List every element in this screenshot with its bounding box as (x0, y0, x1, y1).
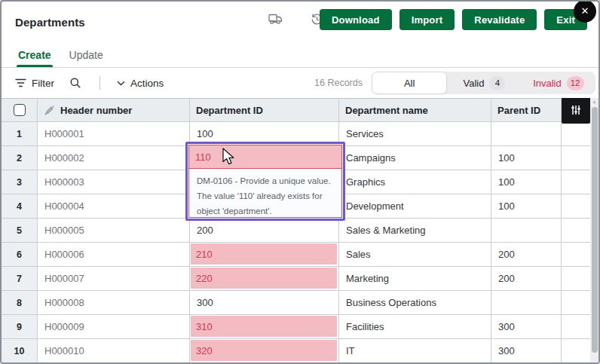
segment-invalid-label: Invalid (533, 78, 562, 89)
table-row: 6 H000006 210 Sales 200 (2, 243, 598, 267)
cell-header-number[interactable]: H000009 (38, 315, 190, 339)
cell-header-number[interactable]: H000005 (38, 219, 190, 243)
valid-count-badge: 4 (489, 76, 505, 90)
row-number[interactable]: 5 (2, 219, 38, 243)
select-all-checkbox[interactable] (14, 104, 26, 116)
download-button[interactable]: Download (320, 9, 392, 30)
cell-department-id[interactable]: 320 (190, 339, 339, 362)
chevron-down-icon (117, 81, 125, 86)
tab-bar: Create Update (2, 43, 598, 68)
row-number[interactable]: 8 (2, 291, 38, 315)
cell-header-number[interactable]: H000006 (38, 243, 190, 267)
cell-header-number[interactable]: H000010 (38, 339, 190, 362)
invalid-cell-highlight: 320 (191, 340, 337, 361)
scrollbar-thumb[interactable] (592, 107, 598, 353)
tab-create[interactable]: Create (17, 43, 53, 67)
column-header-header-number[interactable]: Header number (38, 98, 190, 122)
error-message: DM-0106 - Provide a unique value. The va… (189, 169, 341, 223)
selected-cell-outline: 110 DM-0106 - Provide a unique value. Th… (185, 142, 345, 221)
column-settings-button[interactable] (562, 98, 590, 124)
row-number[interactable]: 10 (2, 339, 38, 362)
cell-department-name[interactable]: Campaigns (339, 146, 491, 170)
column-header-label: Parent ID (497, 105, 540, 116)
cell-department-id[interactable]: 210 (190, 243, 339, 267)
tab-update-label: Update (69, 49, 103, 61)
toolbar-divider (99, 76, 100, 90)
cell-department-id[interactable]: 300 (190, 291, 339, 315)
cell-header-number[interactable]: H000008 (38, 291, 190, 315)
row-number[interactable]: 3 (2, 170, 38, 194)
column-header-parent-id[interactable]: Parent ID (491, 98, 562, 122)
page-title: Departments (15, 16, 85, 29)
column-settings-icon (571, 105, 581, 115)
cell-header-number[interactable]: H000007 (38, 267, 190, 291)
actions-button[interactable]: Actions (117, 78, 164, 89)
row-number[interactable]: 1 (2, 122, 38, 146)
records-count: 16 Records (314, 78, 363, 88)
cell-header-number[interactable]: H000001 (38, 122, 190, 146)
data-grid: Header number Department ID Department n… (2, 98, 598, 362)
cell-parent-id[interactable] (491, 219, 562, 243)
cell-department-name[interactable]: IT (339, 339, 491, 362)
cell-department-name[interactable]: Services (339, 122, 491, 146)
cell-department-id[interactable]: 310 (190, 315, 339, 339)
departments-import-window: Departments Download Import Revalidate E… (0, 0, 600, 364)
select-all-cell (2, 98, 38, 122)
import-button[interactable]: Import (399, 9, 455, 30)
tab-update[interactable]: Update (68, 43, 105, 67)
close-icon: ✕ (581, 5, 589, 17)
cell-parent-id[interactable]: 100 (491, 146, 562, 170)
cell-department-name[interactable]: Development (339, 194, 491, 219)
cell-department-name[interactable]: Sales & Marketing (339, 219, 491, 243)
validity-filter: All Valid 4 Invalid 12 (372, 72, 595, 94)
table-row: 8 H000008 300 Business Operations (2, 291, 598, 315)
cell-department-name[interactable]: Business Operations (339, 291, 491, 315)
invalid-count-badge: 12 (567, 76, 584, 90)
filter-button[interactable]: Filter (15, 78, 54, 89)
actions-label: Actions (130, 78, 164, 89)
cell-parent-id[interactable]: 200 (491, 267, 562, 291)
close-button[interactable]: ✕ (574, 0, 596, 23)
truck-icon[interactable] (268, 14, 283, 25)
title-bar: Departments Download Import Revalidate E… (2, 2, 598, 43)
cell-header-number[interactable]: H000004 (38, 194, 190, 219)
revalidate-button[interactable]: Revalidate (462, 9, 537, 30)
cell-department-name[interactable]: Graphics (339, 170, 491, 194)
table-row: 9 H000009 310 Facilities 300 (2, 315, 598, 339)
header-actions: Download Import Revalidate Exit (320, 9, 587, 30)
cursor-icon (222, 148, 236, 167)
selected-invalid-cell[interactable]: 110 (189, 145, 341, 169)
cell-parent-id[interactable] (491, 291, 562, 315)
edit-disabled-icon (44, 105, 55, 116)
invalid-cell-highlight: 220 (191, 268, 337, 289)
invalid-cell-highlight: 310 (191, 316, 337, 337)
cell-parent-id[interactable]: 200 (491, 243, 562, 267)
vertical-scrollbar[interactable]: ▲ (590, 98, 598, 362)
cell-department-id[interactable]: 220 (190, 267, 339, 291)
scroll-up-arrow-icon[interactable]: ▲ (590, 98, 598, 106)
cell-parent-id[interactable]: 100 (491, 194, 562, 219)
cell-parent-id[interactable] (491, 122, 562, 146)
cell-header-number[interactable]: H000003 (38, 170, 190, 194)
row-number[interactable]: 7 (2, 267, 38, 291)
segment-valid[interactable]: Valid 4 (447, 72, 521, 94)
row-number[interactable]: 4 (2, 194, 38, 219)
row-number[interactable]: 9 (2, 315, 38, 339)
column-header-label: Header number (60, 105, 132, 116)
segment-all[interactable]: All (372, 72, 447, 94)
cell-parent-id[interactable]: 300 (491, 339, 562, 362)
cell-parent-id[interactable]: 100 (491, 170, 562, 194)
column-header-department-name[interactable]: Department name (339, 98, 491, 122)
row-number[interactable]: 2 (2, 146, 38, 170)
cell-header-number[interactable]: H000002 (38, 146, 190, 170)
row-number[interactable]: 6 (2, 243, 38, 267)
grid-toolbar: Filter Actions 16 Records (2, 68, 598, 98)
segment-invalid[interactable]: Invalid 12 (522, 72, 595, 94)
table-row: 10 H000010 320 IT 300 (2, 339, 598, 362)
cell-department-name[interactable]: Marketing (339, 267, 491, 291)
column-header-department-id[interactable]: Department ID (190, 98, 339, 122)
cell-parent-id[interactable]: 300 (491, 315, 562, 339)
cell-department-name[interactable]: Facilities (339, 315, 491, 339)
cell-department-name[interactable]: Sales (339, 243, 491, 267)
search-button[interactable] (69, 77, 81, 89)
